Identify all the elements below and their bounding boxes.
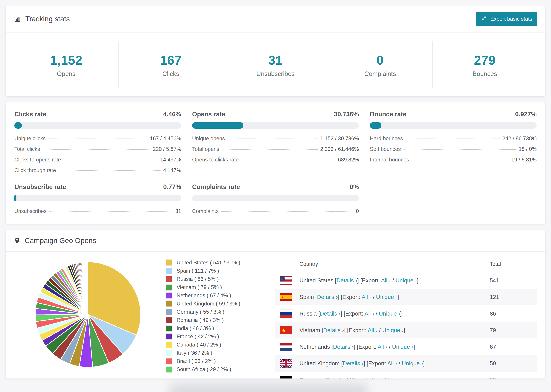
rate-row-label: Unique opens xyxy=(192,135,225,142)
export-label: Export: xyxy=(359,343,376,350)
rate-progress-track xyxy=(192,122,359,129)
legend-swatch xyxy=(166,317,172,323)
total-cell: 55 xyxy=(490,377,532,379)
details-link[interactable]: Details › xyxy=(323,327,344,333)
legend-item: France ( 42 / 2% ) xyxy=(166,333,240,340)
export-unique-link[interactable]: Unique › xyxy=(402,360,423,366)
country-flag-icon xyxy=(280,343,292,351)
export-all-link[interactable]: All › xyxy=(368,327,377,333)
export-unique-link[interactable]: Unique › xyxy=(385,377,406,379)
stat-label: Complaints xyxy=(328,70,432,77)
stat-label: Bounces xyxy=(433,70,537,77)
rate-value: 30.736% xyxy=(334,111,359,118)
details-link[interactable]: Details › xyxy=(317,294,338,300)
rate-block: Opens rate 30.736% Unique opens1,152 / 3… xyxy=(192,111,359,173)
export-all-link[interactable]: All › xyxy=(365,310,374,317)
export-all-link[interactable]: All › xyxy=(378,343,387,350)
rate-block-header: Clicks rate 4.46% xyxy=(14,111,181,118)
stat-value: 0 xyxy=(328,53,432,68)
rate-progress-track xyxy=(370,122,537,129)
rate-value: 0% xyxy=(350,183,359,190)
rate-progress-track xyxy=(14,122,181,129)
rate-row-value: 220 / 5.87% xyxy=(153,146,181,152)
total-cell: 86 xyxy=(490,310,532,317)
export-unique-link[interactable]: Unique › xyxy=(379,310,400,317)
export-basic-stats-button[interactable]: Export basic stats xyxy=(476,12,537,26)
rate-rows: Unique opens1,152 / 30.736%Total opens2,… xyxy=(192,135,359,163)
legend-item: Vietnam ( 79 / 5% ) xyxy=(166,284,240,291)
dotted-leader xyxy=(228,139,318,139)
legend-label: Romania ( 49 / 3% ) xyxy=(177,317,224,323)
stats-strip: 1,152 Opens 167 Clicks 31 Unsubscribes 0… xyxy=(14,41,537,88)
map-pin-icon xyxy=(14,237,21,244)
total-cell: 79 xyxy=(490,327,532,334)
details-link[interactable]: Details › xyxy=(320,310,340,317)
dotted-leader xyxy=(49,211,172,212)
rate-block: Unsubscribe rate 0.77% Unsubscribes31 xyxy=(14,183,181,214)
rate-rows: Unsubscribes31 xyxy=(14,208,181,214)
rate-row-value: 689.82% xyxy=(338,157,359,163)
export-unique-link[interactable]: Unique › xyxy=(392,343,413,350)
stat-cell: 167 Clicks xyxy=(118,41,223,88)
export-unique-link[interactable]: Unique › xyxy=(396,277,417,284)
rate-row-label: Hard bounces xyxy=(370,135,403,142)
country-name: Netherlands xyxy=(299,343,330,350)
geo-pie-chart xyxy=(34,260,142,369)
dotted-leader xyxy=(59,170,161,171)
legend-swatch xyxy=(166,268,172,274)
dotted-leader xyxy=(403,149,516,150)
export-label: Export: xyxy=(342,294,360,300)
geo-opens-title: Campaign Geo Opens xyxy=(14,237,96,245)
table-row: United States [Details ›] [Export: All ›… xyxy=(275,272,537,289)
export-unique-link[interactable]: Unique › xyxy=(382,327,404,333)
country-name: United States xyxy=(299,277,333,284)
table-row: Spain [Details ›] [Export: All › / Uniqu… xyxy=(275,289,537,305)
legend-label: Vietnam ( 79 / 5% ) xyxy=(177,284,222,290)
country-cell: Netherlands [Details ›] [Export: All › /… xyxy=(299,343,490,350)
export-unique-link[interactable]: Unique › xyxy=(376,294,397,300)
bar-chart-icon xyxy=(14,15,21,23)
rate-row: Unique clicks167 / 4.456% xyxy=(14,135,181,142)
rate-rows: Hard bounces242 / 86.738%Soft bounces18 … xyxy=(370,135,537,163)
export-label: Export: xyxy=(349,327,367,333)
legend-label: United Kingdom ( 59 / 3% ) xyxy=(177,301,240,307)
country-name: Spain xyxy=(299,294,314,300)
legend-swatch xyxy=(166,309,172,315)
legend-swatch xyxy=(166,366,172,373)
legend-swatch xyxy=(166,333,172,340)
rate-row: Opens to clicks rate689.82% xyxy=(192,157,359,163)
export-all-link[interactable]: All › xyxy=(387,360,397,366)
legend-item: South Africa ( 29 / 2% ) xyxy=(166,366,240,373)
legend-label: Brazil ( 33 / 2% ) xyxy=(177,358,216,364)
export-all-link[interactable]: All › xyxy=(370,377,380,379)
details-link[interactable]: Details › xyxy=(326,377,346,379)
rate-block-header: Complaints rate 0% xyxy=(192,183,359,190)
export-label: Export: xyxy=(368,360,386,366)
rate-row-value: 242 / 86.738% xyxy=(502,135,537,142)
stat-value: 167 xyxy=(119,53,223,68)
details-link[interactable]: Details › xyxy=(333,343,354,350)
legend-label: Italy ( 36 / 2% ) xyxy=(177,350,212,356)
legend-item: Brazil ( 33 / 2% ) xyxy=(166,358,240,364)
details-link[interactable]: Details › xyxy=(343,360,363,366)
country-cell: United States [Details ›] [Export: All ›… xyxy=(299,277,490,284)
rate-row: Soft bounces18 / 0% xyxy=(370,146,537,152)
stat-value: 31 xyxy=(223,53,328,68)
details-link[interactable]: Details › xyxy=(336,277,357,284)
export-all-link[interactable]: All › xyxy=(361,294,371,300)
stat-cell: 279 Bounces xyxy=(432,41,537,88)
export-all-link[interactable]: All › xyxy=(381,277,391,284)
geo-opens-card: Campaign Geo Opens United States ( 541 /… xyxy=(6,230,545,379)
country-cell: Russia [Details ›] [Export: All › / Uniq… xyxy=(299,310,490,317)
legend-item: United States ( 541 / 31% ) xyxy=(166,259,240,266)
geo-table-header: Country Total xyxy=(275,256,537,272)
export-icon xyxy=(481,15,487,23)
legend-label: France ( 42 / 2% ) xyxy=(177,334,219,340)
country-cell: United Kingdom [Details ›] [Export: All … xyxy=(299,360,490,367)
rate-title: Opens rate xyxy=(192,111,225,118)
geo-table-rows: United States [Details ›] [Export: All ›… xyxy=(275,272,537,378)
rate-rows: Unique clicks167 / 4.456%Total clicks220… xyxy=(14,135,181,173)
stat-label: Clicks xyxy=(119,70,223,77)
total-cell: 541 xyxy=(490,277,532,284)
tracking-stats-card: Tracking stats Export basic stats 1,152 … xyxy=(6,5,545,97)
